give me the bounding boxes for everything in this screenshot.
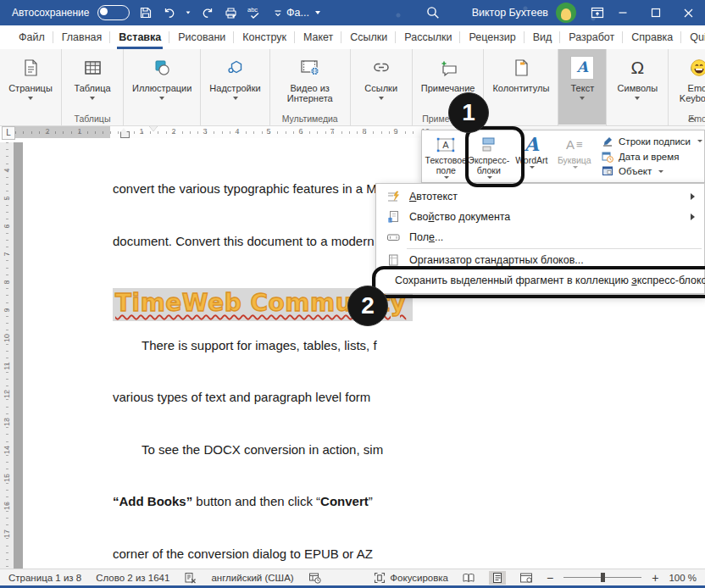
online-video-button[interactable]: Видео из Интернета (277, 53, 343, 106)
group-emoji: Emoji Keyboard Emoji (669, 49, 705, 125)
emoji-keyboard-button[interactable]: Emoji Keyboard (674, 53, 705, 106)
online-video-icon (299, 55, 321, 80)
menu-item-doc-property[interactable]: Свойство документа (376, 207, 704, 227)
chevron-down-icon (697, 140, 702, 142)
date-time-item[interactable]: Дата и время (602, 151, 702, 163)
group-media: Видео из Интернета Мультимедиа (270, 49, 351, 125)
minimize-icon[interactable] (607, 0, 639, 25)
wordart-button[interactable]: A WordArt (510, 132, 553, 180)
language-indicator[interactable]: английский (США) (211, 573, 293, 583)
tab-design[interactable]: Конструк (234, 25, 295, 49)
menu-item-label: Сохранить выделенный фрагмент в коллекци… (395, 275, 705, 286)
undo-dropdown-icon[interactable] (186, 11, 191, 14)
group-addins: Надстройки (201, 49, 269, 125)
word-count[interactable]: Слово 2 из 1641 (96, 573, 169, 583)
tab-file[interactable]: Файл (10, 25, 53, 49)
undo-icon[interactable] (162, 5, 177, 20)
more-commands-icon[interactable] (270, 5, 286, 20)
table-icon (82, 55, 103, 80)
focus-mode-button[interactable]: Фокусировка (374, 572, 448, 584)
maximize-icon[interactable] (640, 0, 672, 25)
tab-insert[interactable]: Вставка (110, 25, 169, 49)
proofing-error-icon[interactable] (184, 572, 197, 584)
chevron-down-icon (379, 97, 384, 100)
search-icon[interactable] (425, 5, 441, 20)
menu-item-label: Автотекст (409, 191, 458, 202)
autosave-toggle[interactable] (97, 5, 130, 20)
emoji-icon (689, 55, 705, 80)
tab-developer[interactable]: Разработ (560, 25, 623, 49)
spellcheck-icon[interactable]: abc (247, 5, 262, 20)
wordart-icon: A (525, 134, 539, 155)
tab-review[interactable]: Рецензир (460, 25, 524, 49)
document-title[interactable]: Фа... (286, 0, 320, 25)
tab-help[interactable]: Справка (623, 25, 681, 49)
tab-home[interactable]: Главная (53, 25, 111, 49)
menu-item-label: Организатор стандартных блоков... (409, 254, 584, 266)
illustrations-button[interactable]: Иллюстрации (130, 53, 194, 102)
table-button[interactable]: Таблица (68, 53, 117, 102)
dropcap-button[interactable]: A≡ Буквица (553, 132, 597, 180)
focus-icon (374, 572, 386, 584)
tab-quillbot[interactable]: QuillBot (681, 25, 705, 49)
menu-item-building-blocks[interactable]: Организатор стандартных блоков... (376, 250, 704, 270)
account-area[interactable]: Виктор Бухтеев (472, 0, 576, 25)
quick-parts-button[interactable]: Экспресс-блоки (468, 132, 511, 180)
object-item[interactable]: Объект (602, 165, 702, 177)
annotation-step-2: 2 (347, 286, 388, 326)
quick-parts-icon (480, 134, 498, 156)
left-indent-marker[interactable] (120, 131, 130, 138)
avatar[interactable] (556, 3, 576, 23)
first-line-indent-marker[interactable] (149, 126, 158, 131)
autotext-icon (386, 190, 401, 203)
zoom-level[interactable]: 100 % (669, 573, 697, 583)
accessibility-icon[interactable] (308, 572, 321, 584)
header-footer-button[interactable]: Колонтитулы (490, 53, 552, 95)
text-button[interactable]: A Текст (558, 49, 606, 125)
zoom-slider[interactable] (563, 577, 641, 578)
text-icon: A (570, 56, 594, 80)
collapse-ribbon-icon[interactable] (687, 116, 697, 122)
text-box-button[interactable]: A Текстовое поле (425, 132, 468, 180)
doc-title-chevron-icon (315, 11, 320, 14)
group-pages: Страницы (0, 49, 62, 125)
redo-icon[interactable] (199, 5, 214, 20)
group-symbols: Ω Символы (607, 49, 669, 125)
web-layout-button[interactable] (516, 571, 536, 585)
tab-references[interactable]: Ссылки (341, 25, 396, 49)
close-icon[interactable] (672, 0, 704, 25)
tab-view[interactable]: Вид (525, 25, 561, 49)
header-footer-icon (511, 55, 531, 80)
vertical-ruler[interactable]: 4 5 6 7 8 9 10 11 12 13 14 15 16 17 (0, 142, 14, 569)
zoom-in-button[interactable]: + (652, 571, 658, 585)
tab-mailings[interactable]: Рассылки (396, 25, 460, 49)
web-layout-icon (519, 572, 533, 584)
text-line: To see the DOCX conversion in action, si… (113, 441, 655, 459)
menu-item-field[interactable]: Поле... (376, 227, 704, 247)
addins-button[interactable]: Надстройки (207, 53, 263, 102)
zoom-out-button[interactable]: − (547, 571, 553, 585)
tab-layout[interactable]: Макет (295, 25, 341, 49)
signature-line-item[interactable]: Строки подписи (602, 136, 702, 147)
links-icon (371, 55, 391, 80)
save-icon[interactable] (138, 5, 153, 20)
annotation-step-1: 1 (448, 92, 489, 133)
print-layout-button[interactable] (489, 571, 506, 585)
print-icon[interactable] (223, 5, 238, 20)
tab-stop-selector[interactable]: L (2, 126, 15, 140)
pages-button[interactable]: Страницы (6, 53, 55, 102)
illustrations-icon (152, 55, 172, 80)
page-indicator[interactable]: Страница 1 из 8 (8, 573, 81, 583)
tab-draw[interactable]: Рисовани (169, 25, 234, 49)
status-bar: Страница 1 из 8 Слово 2 из 1641 английск… (0, 569, 705, 585)
read-mode-button[interactable] (458, 571, 479, 585)
menu-item-autotext[interactable]: Автотекст (376, 186, 704, 207)
symbols-button[interactable]: Ω Символы (613, 53, 662, 102)
menu-item-save-selection[interactable]: Сохранить выделенный фрагмент в коллекци… (376, 270, 704, 291)
chevron-down-icon (90, 97, 95, 100)
zoom-slider-knob[interactable] (601, 573, 605, 582)
links-button[interactable]: Ссылки (357, 53, 406, 102)
comment-button[interactable]: Примечание (419, 53, 478, 95)
menu-separator (407, 248, 702, 249)
ribbon-options-icon[interactable] (590, 5, 605, 20)
